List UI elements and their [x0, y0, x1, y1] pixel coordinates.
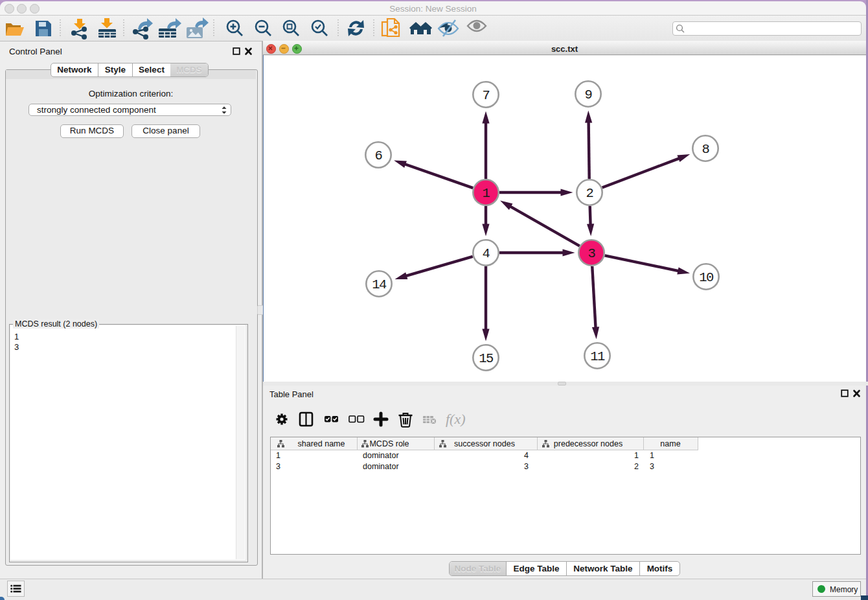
svg-text:6: 6: [375, 148, 382, 163]
svg-text:9: 9: [585, 87, 592, 102]
svg-text:10: 10: [699, 270, 714, 285]
svg-text:2: 2: [586, 186, 593, 201]
svg-text:4: 4: [483, 246, 490, 261]
svg-text:3: 3: [588, 246, 595, 261]
svg-text:shared name: shared name: [298, 439, 345, 448]
svg-text:predecessor nodes: predecessor nodes: [554, 439, 622, 448]
svg-text:MCDS role: MCDS role: [369, 439, 409, 448]
svg-text:11: 11: [590, 349, 605, 364]
svg-text:15: 15: [479, 351, 493, 366]
svg-text:name: name: [660, 439, 680, 448]
svg-text:8: 8: [702, 142, 709, 157]
svg-text:14: 14: [372, 277, 387, 292]
svg-text:1: 1: [483, 186, 490, 201]
svg-text:successor nodes: successor nodes: [454, 439, 515, 448]
svg-text:f(x): f(x): [446, 411, 466, 427]
svg-text:7: 7: [483, 88, 490, 103]
